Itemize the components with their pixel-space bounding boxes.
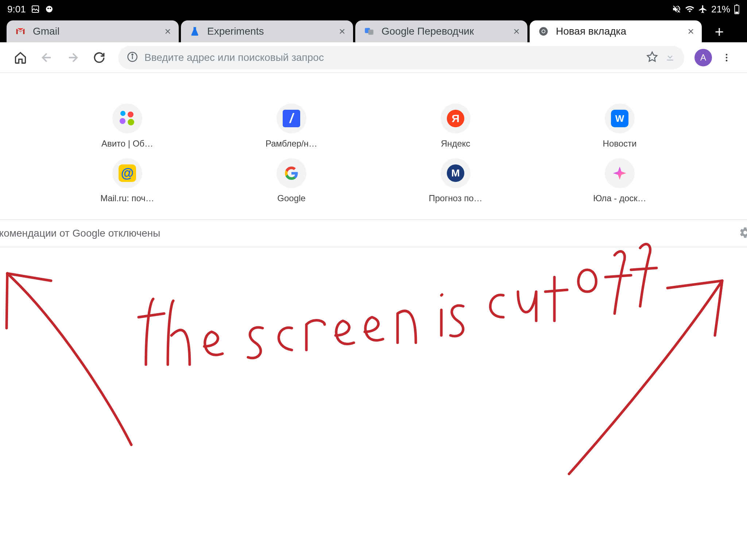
download-icon[interactable]: [665, 51, 676, 64]
shortcut-rambler[interactable]: / Рамблер/н…: [209, 104, 374, 149]
tab-title: Google Переводчик: [382, 26, 511, 37]
tab-translate[interactable]: Google Переводчик ×: [355, 20, 527, 42]
svg-point-11: [542, 30, 545, 33]
battery-percent: 21%: [711, 4, 730, 15]
ntp-content: Авито | Об… / Рамблер/н… Я Яндекс W Ново…: [0, 73, 747, 247]
shortcut-label: Яндекс: [441, 139, 471, 149]
bookmark-star-icon[interactable]: [646, 51, 658, 64]
shortcut-vk-news[interactable]: W Новости: [538, 104, 702, 149]
profile-avatar[interactable]: A: [694, 49, 712, 66]
tab-title: Новая вкладка: [556, 26, 686, 37]
translate-icon: [363, 26, 375, 37]
reload-button[interactable]: [88, 46, 111, 69]
shortcuts-grid: Авито | Об… / Рамблер/н… Я Яндекс W Ново…: [45, 104, 702, 203]
back-button[interactable]: [35, 46, 58, 69]
owl-icon: [45, 5, 54, 13]
svg-point-3: [50, 8, 51, 9]
close-icon[interactable]: ×: [511, 26, 522, 36]
status-time: 9:01: [7, 4, 26, 15]
shortcut-label: Рамблер/н…: [266, 139, 317, 149]
google-icon: [276, 158, 306, 188]
vk-icon: W: [605, 104, 635, 133]
gmail-icon: [15, 26, 26, 37]
shortcut-label: Новости: [603, 139, 637, 149]
menu-button[interactable]: [715, 46, 738, 69]
svg-point-1: [46, 6, 53, 12]
chrome-icon: [538, 26, 549, 37]
home-button[interactable]: [9, 46, 32, 69]
wifi-icon: [685, 4, 694, 14]
omnibox[interactable]: [118, 46, 684, 69]
toolbar: A: [0, 42, 747, 73]
shortcut-label: Авито | Об…: [101, 139, 153, 149]
shortcut-label: Юла - доск…: [593, 193, 646, 203]
gear-icon[interactable]: [739, 226, 747, 240]
svg-rect-8: [368, 30, 374, 35]
tab-new-tab[interactable]: Новая вкладка ×: [530, 20, 702, 42]
recommendations-bar: екомендации от Google отключены: [0, 219, 747, 247]
svg-point-15: [726, 54, 728, 55]
shortcut-yandex[interactable]: Я Яндекс: [374, 104, 538, 149]
avatar-letter: A: [700, 52, 706, 63]
tab-experiments[interactable]: Experiments ×: [181, 20, 353, 42]
svg-point-16: [726, 57, 728, 58]
new-tab-button[interactable]: +: [709, 22, 729, 42]
mailru-icon: @: [112, 158, 142, 188]
tab-title: Experiments: [207, 26, 337, 37]
shortcut-label: Mail.ru: поч…: [100, 193, 154, 203]
youla-icon: [605, 158, 635, 188]
shortcut-prognoz[interactable]: М Прогноз по…: [374, 158, 538, 203]
svg-rect-6: [735, 12, 738, 13]
android-status-bar: 9:01 21%: [0, 0, 747, 18]
tab-title: Gmail: [33, 26, 163, 37]
svg-point-2: [47, 8, 49, 9]
svg-rect-5: [736, 4, 738, 5]
forward-button[interactable]: [61, 46, 85, 69]
tab-gmail[interactable]: Gmail ×: [7, 20, 179, 42]
prognoz-icon: М: [441, 158, 471, 188]
avito-icon: [112, 104, 142, 133]
address-input[interactable]: [144, 52, 640, 63]
airplane-icon: [698, 4, 708, 14]
shortcut-label: Google: [277, 193, 305, 203]
info-icon: [127, 51, 138, 64]
shortcut-mailru[interactable]: @ Mail.ru: поч…: [45, 158, 209, 203]
gallery-icon: [31, 5, 40, 13]
flask-icon: [189, 26, 201, 37]
recommendations-text: екомендации от Google отключены: [0, 228, 160, 239]
shortcut-avito[interactable]: Авито | Об…: [45, 104, 209, 149]
shortcut-youla[interactable]: Юла - доск…: [538, 158, 702, 203]
tab-strip: Gmail × Experiments × Google Переводчик …: [0, 18, 747, 42]
close-icon[interactable]: ×: [337, 26, 347, 36]
close-icon[interactable]: ×: [163, 26, 173, 36]
svg-point-14: [132, 54, 133, 55]
rambler-icon: /: [276, 104, 306, 133]
battery-icon: [734, 4, 740, 14]
yandex-icon: Я: [441, 104, 471, 133]
shortcut-label: Прогноз по…: [429, 193, 482, 203]
shortcut-google[interactable]: Google: [209, 158, 374, 203]
vibrate-icon: [672, 4, 681, 14]
svg-point-17: [726, 59, 728, 61]
close-icon[interactable]: ×: [686, 26, 696, 36]
